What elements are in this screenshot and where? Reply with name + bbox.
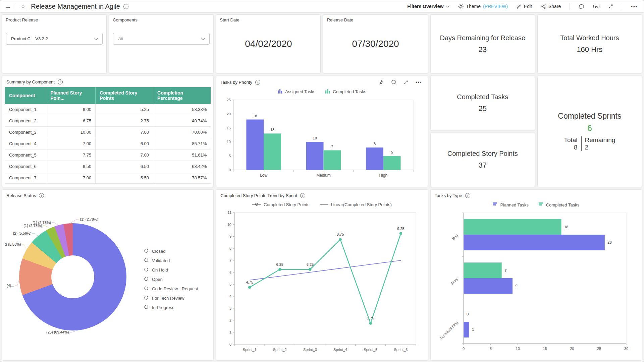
total-remaining-block: Total 8 Remaining 2 [564, 136, 615, 151]
svg-text:1.75: 1.75 [367, 316, 374, 320]
table-row: Component_77.005.5078.57% [5, 172, 211, 184]
legend-item[interactable]: On Hold [144, 267, 198, 273]
table-cell: 5.50 [96, 172, 153, 184]
divider [16, 3, 16, 10]
widget-title: Summary by Component [6, 79, 55, 84]
svg-text:10: 10 [227, 223, 231, 227]
svg-text:Sprint_2: Sprint_2 [273, 348, 287, 352]
widget-info-icon[interactable]: i [255, 80, 260, 85]
legend-item[interactable]: Code Review - Request [144, 286, 198, 292]
svg-text:26: 26 [607, 240, 611, 244]
legend-item[interactable]: Completed Tasks [325, 89, 366, 95]
legend-item[interactable]: Completed Tasks [539, 202, 579, 207]
svg-text:8.75: 8.75 [337, 232, 344, 236]
svg-text:Sprint_4: Sprint_4 [333, 348, 347, 352]
svg-text:25: 25 [227, 98, 231, 102]
divider [570, 3, 570, 10]
comment-icon[interactable] [391, 79, 396, 85]
legend-item[interactable]: For Tech Review [144, 295, 198, 301]
fullscreen-button[interactable] [608, 4, 613, 9]
table-header-cell: Completed Story Points [96, 87, 153, 104]
table-row: Component_26.752.7540.74% [5, 115, 211, 127]
legend-item[interactable]: Planned Tasks [493, 202, 528, 207]
svg-text:9: 9 [515, 284, 517, 288]
card-label: Release Date [327, 17, 353, 22]
widget-info-icon[interactable]: i [58, 79, 63, 84]
dashboard-info-icon[interactable]: i [123, 4, 128, 9]
widget-info-icon[interactable]: i [465, 193, 470, 198]
chart-legend: Planned TasksCompleted Tasks [433, 199, 639, 209]
widget-info-icon[interactable]: i [300, 193, 305, 198]
table-row: Component_47.006.0085.71% [5, 138, 211, 149]
legend-item[interactable]: Validated [144, 258, 198, 263]
favorite-star-icon[interactable]: ☆ [20, 3, 25, 10]
table-row: Component_69.506.5068.42% [5, 161, 211, 172]
svg-text:5: 5 [489, 347, 491, 351]
table-cell: Component_1 [5, 104, 46, 115]
kpi-label: Days Remaining for Release [440, 34, 525, 42]
expand-icon[interactable] [404, 80, 408, 84]
back-icon[interactable]: ← [5, 3, 11, 10]
card-label: Start Date [220, 17, 239, 22]
table-cell: 7.75 [46, 149, 96, 161]
table-cell: Component_5 [5, 149, 46, 161]
svg-text:Story: Story [449, 277, 459, 286]
svg-text:15: 15 [227, 126, 231, 130]
table-cell: 78.57% [153, 172, 211, 184]
chart-legend: Assigned TasksCompleted Tasks [219, 86, 425, 96]
total-label: Total [564, 136, 577, 144]
widget-more-icon[interactable]: ••• [416, 80, 422, 85]
svg-text:7: 7 [504, 268, 506, 273]
more-options-button[interactable]: ••• [631, 4, 638, 9]
table-cell: Component_4 [5, 138, 46, 149]
table-cell: 7.00 [46, 172, 96, 184]
legend-item[interactable]: Open [144, 277, 198, 282]
summary-table: ComponentPlanned Story Poin...Completed … [5, 87, 211, 184]
table-header-cell: Planned Story Poin... [46, 87, 96, 104]
share-button[interactable]: Share [541, 4, 561, 9]
kpi-stack: Completed Tasks 25 Completed Story Point… [431, 76, 535, 187]
svg-text:11: 11 [228, 210, 231, 215]
pin-icon[interactable] [379, 80, 384, 85]
components-dropdown[interactable]: All [113, 33, 210, 45]
svg-text:7: 7 [229, 258, 231, 262]
widget-info-icon[interactable]: i [39, 193, 44, 198]
kpi-value: 25 [479, 104, 487, 113]
svg-text:10: 10 [516, 347, 520, 351]
filters-overview-button[interactable]: Filters Overview [407, 4, 449, 9]
completed-tasks-card: Completed Tasks 25 [431, 76, 535, 130]
dashboard-canvas: Product Release Product C _ V3.2.2 Compo… [0, 13, 644, 362]
kpi-label: Completed Tasks [457, 93, 508, 101]
views-button[interactable] [593, 4, 600, 9]
table-cell: 58.33% [153, 104, 211, 115]
legend-item[interactable]: In Progress [144, 305, 198, 310]
svg-text:(2) (5.56%): (2) (5.56%) [5, 242, 21, 246]
svg-text:1: 1 [472, 327, 474, 331]
table-cell: 2.75 [96, 115, 153, 127]
kpi-label: Completed Story Points [447, 150, 518, 158]
table-cell: Component_2 [5, 115, 46, 127]
svg-text:Sprint_1: Sprint_1 [243, 348, 257, 352]
edit-button[interactable]: Edit [517, 4, 532, 9]
svg-text:(1) (2.78%): (1) (2.78%) [80, 217, 98, 221]
legend-item[interactable]: Closed [144, 248, 198, 254]
table-cell: 6.75 [46, 115, 96, 127]
legend-item[interactable]: Assigned Tasks [278, 89, 315, 95]
svg-text:5: 5 [229, 154, 231, 158]
tasks-by-priority-chart: Assigned TasksCompleted Tasks0510152025L… [219, 86, 425, 184]
product-release-dropdown[interactable]: Product C _ V3.2.2 [6, 33, 103, 45]
legend-item[interactable]: Completed Story Points [252, 202, 310, 207]
chevron-down-icon [94, 38, 98, 40]
comment-button[interactable] [579, 4, 584, 9]
theme-preview-label: (PREVIEW) [483, 4, 508, 9]
legend-series-icon [539, 202, 543, 207]
release-date-value: 07/30/2020 [352, 39, 399, 49]
widget-title: Tasks by Type [435, 193, 462, 198]
table-cell: 6.00 [96, 138, 153, 149]
page-title: Release Management in Agile [31, 3, 120, 10]
svg-text:Medium: Medium [316, 173, 331, 178]
theme-button[interactable]: Theme (PREVIEW) [458, 4, 507, 9]
legend-item[interactable]: Linear(Completed Story Points) [320, 202, 392, 207]
remaining-label: Remaining [585, 136, 615, 144]
chart-legend: Completed Story PointsLinear(Completed S… [219, 199, 425, 208]
